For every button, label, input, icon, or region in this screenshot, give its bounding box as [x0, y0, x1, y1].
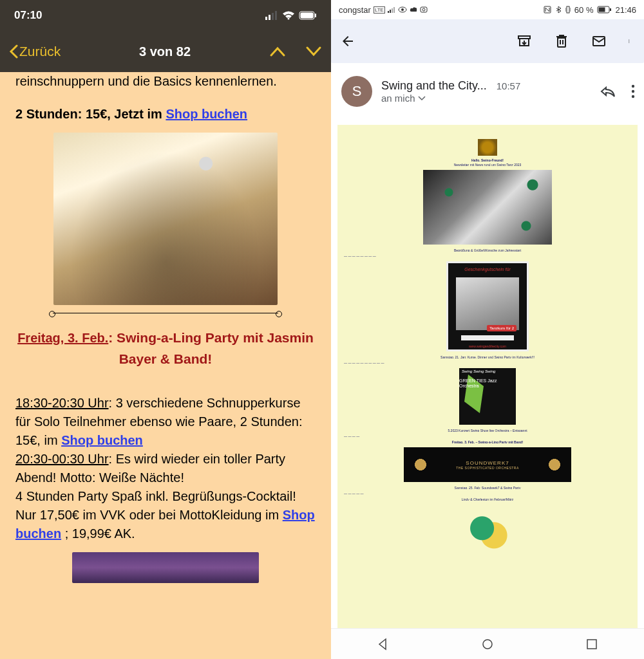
price-prefix: 2 Stunden: 15€, Jetzt im — [15, 107, 166, 121]
svg-point-29 — [632, 90, 634, 93]
caption-3: 5.2023 Konzert Swing Show live Orchestra… — [343, 429, 632, 432]
slot3-text: 4 Stunden Party Spaß inkl. Begrüßungs-Co… — [15, 489, 296, 522]
delete-button[interactable] — [554, 33, 569, 49]
email-body-left[interactable]: reinschnuppern und die Basics kennenlern… — [0, 72, 331, 659]
archive-button[interactable] — [516, 33, 532, 49]
vibrate-icon — [565, 6, 571, 14]
nav-home-button[interactable] — [481, 638, 494, 651]
svg-rect-2 — [272, 13, 274, 20]
shop-link-2[interactable]: Shop buchen — [61, 433, 143, 447]
ios-status-bar: 07:10 — [0, 0, 331, 31]
caption-1: Begrüßung & Grüße/Wünsche zum Jahresstar… — [343, 248, 632, 252]
avatar[interactable]: S — [341, 76, 372, 107]
svg-rect-23 — [518, 36, 530, 39]
svg-point-28 — [632, 85, 634, 88]
svg-point-4 — [288, 18, 290, 20]
event-heading: Freitag, 3. Feb.: Swing-a-Ling Party mit… — [15, 328, 316, 369]
svg-point-15 — [422, 8, 425, 11]
shop-link-1[interactable]: Shop buchen — [166, 107, 247, 121]
slot2-time: 20:30-00:30 Uhr — [15, 452, 109, 466]
greeting-line: Hallo, Swing-Freund! — [343, 158, 632, 162]
dancing-couple-illustration — [460, 505, 515, 564]
next-message-button[interactable] — [305, 46, 322, 57]
slot1-time: 18:30-20:30 Uhr — [15, 396, 109, 410]
dance-photo — [53, 133, 278, 305]
soundwerk-poster: SOUNDWERK7 THE SOPHISTICATED ORCHESTRA — [404, 447, 571, 482]
android-nav-bar — [331, 628, 644, 659]
lte-icon: LTE — [374, 6, 385, 14]
battery-pct: 60 % — [574, 5, 594, 15]
intro-text: reinschnuppern und die Basics kennenlern… — [15, 72, 316, 91]
poster-band: GREEN TIES Jazz Orchestra — [459, 378, 512, 388]
voucher-image: Geschenkgutschein für Tanzkurs für 2 www… — [446, 261, 529, 351]
svg-point-31 — [483, 640, 492, 649]
signal-bars-icon — [388, 6, 395, 13]
body-text-4: — — — — — — [344, 492, 632, 495]
svg-rect-17 — [567, 6, 569, 13]
svg-rect-0 — [265, 17, 267, 20]
back-arrow-button[interactable] — [340, 33, 355, 49]
hero-image — [423, 170, 552, 245]
svg-point-25 — [629, 39, 629, 40]
wifi-icon — [282, 11, 295, 20]
svg-rect-1 — [269, 15, 270, 20]
ios-nav-bar: Zurück 3 von 82 — [0, 31, 331, 72]
carrier-label: congstar — [339, 5, 371, 15]
svg-rect-9 — [390, 10, 391, 13]
chevron-down-icon — [418, 96, 426, 101]
back-button[interactable]: Zurück — [9, 44, 61, 59]
email-body-right[interactable]: Hallo, Swing-Freund! Newsletter mit News… — [337, 125, 638, 628]
battery-icon — [299, 11, 317, 20]
svg-rect-8 — [388, 11, 389, 13]
mark-unread-button[interactable] — [591, 33, 607, 49]
bluetooth-icon — [555, 6, 562, 14]
voucher-badge: Tanzkurs für 2 — [487, 325, 516, 331]
price-line: 2 Stunden: 15€, Jetzt im Shop buchen — [15, 105, 316, 124]
schedule-block: 18:30-20:30 Uhr: 3 verschiedene Schnuppe… — [15, 394, 316, 543]
crest-logo — [478, 139, 497, 156]
back-label: Zurück — [19, 44, 61, 59]
more-menu-button[interactable] — [629, 33, 632, 49]
svg-point-27 — [629, 42, 629, 42]
body-text-2: — — — — — — — — — — — [344, 361, 632, 364]
svg-rect-21 — [599, 8, 605, 12]
chevron-left-icon — [9, 44, 18, 59]
svg-point-30 — [632, 95, 634, 98]
caption-4: Freitag, 3. Feb. – Swing-a-Ling Party mi… — [343, 440, 632, 443]
caption-6: Lindy & Charleston im Februar/März — [343, 497, 632, 501]
status-right-icons — [265, 11, 317, 20]
instagram-icon — [420, 6, 428, 13]
ios-phone: 07:10 Zurück 3 von 82 reinschnuppern und… — [0, 0, 331, 659]
svg-rect-3 — [275, 11, 277, 20]
prev-message-button[interactable] — [269, 46, 286, 57]
caption-5: Samstag, 25. Feb: Soundwerk7 & Swing Par… — [343, 486, 632, 489]
caption-2: Samstag, 21. Jan: Kurse, Dinner und Swin… — [343, 355, 632, 358]
android-status-bar: congstar LTE 60 % 21:46 — [331, 0, 644, 19]
gmail-toolbar — [331, 19, 644, 63]
nfc-icon — [544, 6, 551, 14]
svg-point-13 — [401, 8, 404, 11]
cell-signal-icon — [265, 11, 278, 20]
event-date: Freitag, 3. Feb. — [17, 331, 108, 345]
message-more-button[interactable] — [631, 84, 635, 98]
svg-rect-10 — [392, 8, 393, 13]
sender-name: Swing and the City... 10:57 — [381, 79, 520, 93]
poster-dark-title: SOUNDWERK7 — [466, 460, 509, 466]
svg-rect-7 — [315, 14, 316, 17]
cloud-icon — [410, 6, 417, 13]
recipient-label[interactable]: an mich — [381, 93, 520, 104]
eye-icon — [398, 6, 407, 13]
voucher-url: www.swingandthecity.com — [448, 344, 527, 348]
nav-back-button[interactable] — [377, 638, 390, 651]
svg-rect-14 — [421, 7, 427, 12]
svg-rect-11 — [393, 7, 395, 13]
battery-icon — [597, 6, 611, 14]
status-time: 07:10 — [14, 9, 42, 22]
poster-swing-top: Swing Swing Swing — [462, 369, 495, 373]
nav-recent-button[interactable] — [585, 638, 598, 651]
event-title-text: : Swing-a-Ling Party mit Jasmin Bayer & … — [108, 330, 314, 366]
svg-rect-6 — [301, 13, 314, 19]
green-ties-poster: Swing Swing Swing GREEN TIES Jazz Orches… — [459, 368, 516, 425]
sender-row[interactable]: S Swing and the City... 10:57 an mich — [331, 63, 644, 115]
reply-button[interactable] — [600, 85, 616, 98]
